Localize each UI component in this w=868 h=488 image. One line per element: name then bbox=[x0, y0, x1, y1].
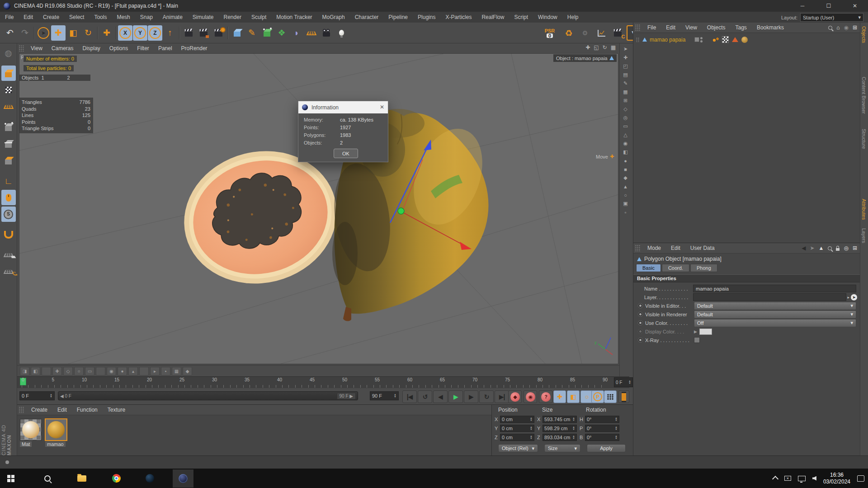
drag-handle-icon[interactable] bbox=[19, 45, 24, 52]
viewport-canvas[interactable]: y bbox=[19, 53, 618, 364]
timeline-curve-icon[interactable] bbox=[594, 25, 609, 41]
light-icon[interactable] bbox=[334, 25, 349, 41]
prev-frame-icon[interactable]: ◀ bbox=[433, 390, 448, 403]
taskbar-search-button[interactable] bbox=[37, 469, 58, 488]
maximize-button[interactable]: ☐ bbox=[816, 0, 842, 12]
zoom-view-icon[interactable]: ◱ bbox=[594, 44, 599, 51]
dock-tab[interactable]: Attributes bbox=[861, 199, 867, 220]
section-header[interactable]: Basic Properties bbox=[633, 274, 860, 282]
menu-item[interactable]: Script bbox=[509, 14, 533, 20]
toggle-views-icon[interactable]: ▦ bbox=[611, 44, 616, 51]
dialog-close-icon[interactable]: ✕ bbox=[380, 104, 384, 110]
coords-size-dropdown[interactable]: Size▾ bbox=[544, 444, 580, 452]
size-field[interactable]: 593.745 cm▲▼ bbox=[542, 416, 577, 423]
viewport-menu-item[interactable]: Filter bbox=[132, 45, 154, 52]
menu-item[interactable]: Mesh bbox=[112, 14, 135, 20]
menu-item[interactable]: Create bbox=[38, 14, 64, 20]
render-view-icon[interactable] bbox=[181, 25, 196, 41]
gizmo-center-handle[interactable] bbox=[398, 208, 404, 214]
record-keyframe-icon[interactable]: ◆ bbox=[508, 390, 522, 403]
phong-tag-icon[interactable] bbox=[732, 37, 738, 42]
position-field[interactable]: 0 cm▲▼ bbox=[500, 434, 534, 441]
undo-icon[interactable]: ↶ bbox=[3, 25, 17, 41]
material-item[interactable]: mamao bbox=[45, 419, 67, 447]
menu-item[interactable]: MoGraph bbox=[317, 14, 350, 20]
menu-item[interactable]: Tools bbox=[89, 14, 112, 20]
menu-item[interactable]: Animate bbox=[158, 14, 188, 20]
object-manager-menu-item[interactable]: Objects bbox=[702, 24, 731, 31]
drag-handle-icon[interactable] bbox=[635, 24, 641, 31]
object-name[interactable]: mamao papaia bbox=[650, 37, 685, 43]
visibility-dots[interactable] bbox=[700, 37, 703, 42]
vp-anim-icon-10[interactable]: ▸ bbox=[150, 367, 160, 375]
layer-input[interactable] bbox=[693, 293, 846, 301]
menu-item[interactable]: Pipeline bbox=[383, 14, 413, 20]
material-menu-item[interactable]: Function bbox=[72, 407, 103, 413]
display-tag-icon[interactable] bbox=[722, 36, 729, 43]
viewport-menu-item[interactable]: Options bbox=[105, 45, 132, 52]
key-position-icon[interactable]: ✚ bbox=[553, 390, 566, 403]
strip-ring-icon[interactable]: ○ bbox=[621, 191, 630, 199]
floor-grid-icon[interactable] bbox=[304, 25, 319, 41]
menu-item[interactable]: Select bbox=[64, 14, 89, 20]
vp-anim-icon-2[interactable]: ◧ bbox=[31, 367, 40, 375]
attr-lock-icon[interactable] bbox=[836, 248, 840, 251]
size-field[interactable]: 893.034 cm▲▼ bbox=[542, 434, 577, 441]
scale-tool-icon[interactable]: ◧ bbox=[66, 25, 80, 41]
attributes-menu-item[interactable]: User Data bbox=[685, 245, 720, 251]
camera-icon[interactable] bbox=[319, 25, 334, 41]
dock-tab[interactable]: Structure bbox=[861, 129, 867, 149]
spinner-icon[interactable]: ▲▼ bbox=[50, 394, 52, 398]
autokey-icon[interactable]: ◉ bbox=[524, 390, 537, 403]
viewport-menu-item[interactable]: Display bbox=[78, 45, 104, 52]
material-menu-item[interactable]: Texture bbox=[103, 407, 130, 413]
deformer-icon[interactable]: ◗ bbox=[289, 25, 304, 41]
strip-diamond-icon[interactable]: ◇ bbox=[621, 105, 630, 113]
keyframe-selection-icon[interactable]: ? bbox=[539, 390, 552, 403]
add-primitive-cube-icon[interactable] bbox=[230, 25, 244, 41]
prev-key-icon[interactable]: ↺ bbox=[418, 390, 432, 403]
attribute-tab[interactable]: Basic bbox=[636, 264, 661, 272]
lock-x-axis-icon[interactable]: X bbox=[118, 25, 132, 41]
position-field[interactable]: 0 cm▲▼ bbox=[500, 425, 534, 432]
model-mode-icon[interactable] bbox=[1, 66, 16, 81]
rotate-tool-icon[interactable]: ↻ bbox=[81, 25, 95, 41]
keyframe-radio-icon[interactable] bbox=[638, 338, 643, 343]
om-eye-icon[interactable]: ◉ bbox=[844, 24, 848, 31]
menu-item[interactable]: Sculpt bbox=[246, 14, 271, 20]
chrome-button[interactable] bbox=[106, 469, 127, 488]
layer-expand-icon[interactable]: ▸ bbox=[847, 295, 849, 300]
menu-item[interactable]: Simulate bbox=[188, 14, 219, 20]
timeline-ruler[interactable]: 051015202530354045505560657075808590 bbox=[17, 376, 629, 388]
render-clap-c-icon[interactable] bbox=[610, 25, 625, 41]
viewport-menu-item[interactable]: Panel bbox=[154, 45, 177, 52]
next-frame-icon[interactable]: ▶ bbox=[464, 390, 478, 403]
menu-item[interactable]: Help bbox=[562, 14, 584, 20]
spinner-icon[interactable]: ▲▼ bbox=[628, 380, 631, 385]
attr-up-icon[interactable]: ▲ bbox=[819, 245, 824, 251]
strip-half-icon[interactable]: ◧ bbox=[621, 148, 630, 156]
vp-anim-icon-7[interactable]: ◉ bbox=[107, 367, 116, 375]
workplane-c-icon[interactable] bbox=[1, 264, 16, 279]
viewport-menu-item[interactable]: Cameras bbox=[47, 45, 78, 52]
keyframe-radio-icon[interactable] bbox=[638, 312, 643, 317]
vp-anim-icon-5[interactable]: ○ bbox=[74, 367, 84, 375]
filmstrip-icon[interactable] bbox=[618, 390, 629, 403]
material-name[interactable]: Mat bbox=[20, 441, 32, 447]
keyframe-radio-icon[interactable] bbox=[638, 320, 643, 325]
material-menu-item[interactable]: Edit bbox=[52, 407, 72, 413]
om-search-icon[interactable] bbox=[828, 26, 832, 30]
attr-search-icon[interactable] bbox=[828, 246, 832, 250]
gap[interactable] bbox=[96, 367, 105, 375]
next-key-icon[interactable]: ↻ bbox=[479, 390, 494, 403]
visible-renderer-dropdown[interactable]: Default▾ bbox=[694, 310, 856, 319]
material-name[interactable]: mamao bbox=[45, 441, 66, 447]
close-button[interactable]: ✕ bbox=[842, 0, 868, 12]
particle-tag-icon[interactable] bbox=[712, 38, 719, 42]
menu-item[interactable]: RealFlow bbox=[476, 14, 509, 20]
strip-frame-icon[interactable]: ◰ bbox=[621, 62, 630, 70]
goto-start-icon[interactable]: |◀ bbox=[402, 390, 417, 403]
current-frame-spinner[interactable]: 0 F▲▼ bbox=[19, 391, 55, 400]
key-pla-icon[interactable] bbox=[604, 390, 617, 403]
menu-item[interactable]: Render bbox=[219, 14, 246, 20]
